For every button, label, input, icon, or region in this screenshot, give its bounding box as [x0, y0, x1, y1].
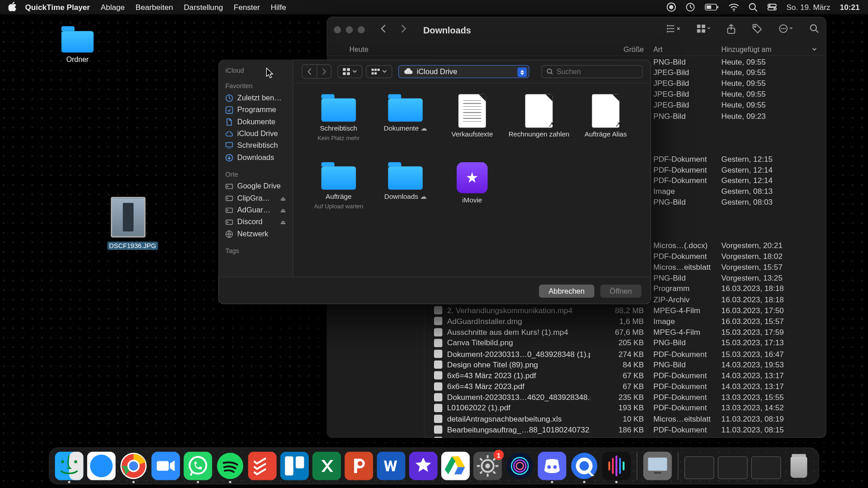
sidebar-item-icloud-drive[interactable]: iCloud Drive: [218, 128, 293, 140]
dock-trash[interactable]: [784, 451, 813, 480]
dock-safari[interactable]: [87, 451, 116, 480]
table-row[interactable]: L01062022 (1).pdf193 KBPDF-Dokument13.03…: [425, 403, 826, 413]
share-icon[interactable]: [726, 23, 736, 36]
dock-minimized-window[interactable]: [684, 456, 714, 479]
table-row[interactable]: Dokument-20230313…4620_483928348.pdf235 …: [425, 392, 826, 403]
search-icon[interactable]: [810, 24, 819, 36]
dock-audio[interactable]: [602, 451, 631, 480]
grid-item-imovie[interactable]: ★iMovie: [440, 162, 504, 228]
control-center-icon[interactable]: [767, 4, 777, 11]
dock-whatsapp[interactable]: [184, 451, 212, 480]
sidebar-item-programme[interactable]: Programme: [218, 104, 293, 116]
sidebar-item-zuletzt-ben-[interactable]: Zuletzt ben…: [218, 92, 293, 103]
dock-spotify[interactable]: [216, 451, 244, 480]
grid-item-downloads[interactable]: Downloads☁︎: [373, 162, 437, 228]
table-row[interactable]: Bearbeitungsauftrag_…88_10180240732.pdf1…: [425, 424, 826, 435]
forward-button[interactable]: [398, 23, 409, 36]
dock-discord[interactable]: [538, 451, 566, 480]
col-size[interactable]: Größe: [590, 45, 644, 53]
sidebar-item-adguar-[interactable]: AdGuar…⏏: [218, 204, 293, 216]
dock-minimized-window[interactable]: [751, 456, 781, 479]
sidebar-item-clipgra-[interactable]: ClipGra…⏏: [218, 192, 293, 204]
location-popup[interactable]: iCloud Drive: [398, 65, 529, 78]
col-kind[interactable]: Art: [644, 45, 715, 53]
back-button[interactable]: [302, 65, 317, 78]
grid-item-auftr-ge-alias[interactable]: ↗Aufträge Alias: [574, 94, 638, 160]
wifi-icon[interactable]: [728, 3, 739, 11]
desktop-image[interactable]: DSCF1936.JPG: [107, 197, 149, 251]
dock-chrome[interactable]: [119, 451, 148, 480]
apple-menu[interactable]: [8, 1, 16, 13]
eject-icon[interactable]: ⏏: [280, 195, 286, 202]
dock-trello[interactable]: [280, 451, 309, 480]
icon-view-button[interactable]: [337, 65, 362, 78]
back-button[interactable]: [378, 23, 389, 36]
table-row[interactable]: 2. Verhandlungskommunikation.mp488,2 MBM…: [425, 305, 826, 316]
screen-record-icon[interactable]: [666, 2, 676, 12]
dock-excel[interactable]: [312, 451, 341, 480]
app-name[interactable]: QuickTime Player: [25, 3, 90, 12]
forward-button[interactable]: [316, 65, 331, 78]
sidebar-item-schreibtisch[interactable]: Schreibtisch: [218, 140, 293, 151]
grid-item-dokumente[interactable]: Dokumente☁︎: [373, 94, 437, 160]
col-added[interactable]: Hinzugefügt am: [715, 45, 816, 53]
grid-item-verkaufstexte[interactable]: Verkaufstexte: [440, 94, 504, 160]
cancel-button[interactable]: Abbrechen: [539, 284, 594, 297]
dock-finder[interactable]: [55, 451, 83, 480]
table-row[interactable]: 6x6=43 März 2023 (1).pdf67 KBPDF-Dokumen…: [425, 370, 826, 381]
sidebar-item-google-drive[interactable]: Google Drive: [218, 180, 293, 192]
desktop-folder[interactable]: Ordner: [60, 26, 95, 64]
view-options-icon[interactable]: [667, 24, 680, 36]
table-row[interactable]: Design ohne Titel (89).png84 KBPNG-Bild1…: [425, 359, 826, 370]
menubar-date[interactable]: So. 19. März: [786, 3, 830, 12]
table-row[interactable]: Ausschnitte aus dem Kurs! (1).mp467,6 MB…: [425, 327, 826, 338]
dock-powerpnt[interactable]: [344, 451, 373, 480]
sidebar-item-dokumente[interactable]: Dokumente: [218, 116, 293, 127]
dock-zoom[interactable]: [151, 451, 180, 480]
menu-hilfe[interactable]: Hilfe: [271, 3, 286, 12]
table-row[interactable]: AdGuardInstaller.dmg1,6 MBImage16.03.202…: [425, 316, 826, 327]
menu-darstellung[interactable]: Darstellung: [184, 3, 223, 12]
tag-icon[interactable]: [752, 24, 762, 36]
table-row[interactable]: Bearbeitungsauftrag_…06_10180240732.pdf1…: [425, 435, 826, 438]
minimize-button[interactable]: [346, 26, 353, 33]
dock-todoist[interactable]: [248, 451, 277, 480]
table-row[interactable]: detailAntragsnachbearbeitung.xls10 KBMic…: [425, 413, 826, 424]
dock-minimized-window[interactable]: [718, 456, 748, 479]
dock-quicktime[interactable]: [570, 451, 599, 480]
sidebar-item-netzwerk[interactable]: Netzwerk: [218, 228, 293, 239]
spotlight-icon[interactable]: [749, 3, 758, 12]
menubar-time[interactable]: 10:21: [840, 3, 860, 12]
menu-fenster[interactable]: Fenster: [234, 3, 260, 12]
grid-item-rechnungen-zahlen[interactable]: ↗Rechnungen zahlen: [507, 94, 571, 160]
grid-item-auftr-ge[interactable]: AufträgeAuf Upload warten: [307, 162, 371, 228]
menu-ablage[interactable]: Ablage: [101, 3, 125, 12]
menu-bearbeiten[interactable]: Bearbeiten: [136, 3, 173, 12]
grid-item-schreibtisch[interactable]: SchreibtischKein Platz mehr: [307, 94, 371, 160]
dock-siri[interactable]: [505, 451, 534, 480]
eject-icon[interactable]: ⏏: [280, 206, 286, 213]
dock-launchpad[interactable]: [643, 451, 672, 480]
table-row[interactable]: Dokument-20230313…0_483928348 (1).pdf274…: [425, 348, 826, 359]
action-icon[interactable]: [778, 24, 793, 36]
search-field[interactable]: [541, 65, 642, 78]
sidebar-item-downloads[interactable]: Downloads: [218, 151, 293, 163]
close-button[interactable]: [334, 26, 341, 33]
open-button[interactable]: Öffnen: [600, 284, 642, 297]
dock-word[interactable]: [377, 451, 405, 480]
clock-icon[interactable]: [686, 2, 695, 12]
eject-icon[interactable]: ⏏: [280, 219, 286, 225]
group-icon[interactable]: [697, 24, 710, 35]
dock-gdrive[interactable]: [441, 451, 470, 480]
col-name[interactable]: Heute: [336, 45, 590, 53]
search-input[interactable]: [557, 67, 637, 75]
group-button[interactable]: [366, 65, 392, 78]
dialog-icon-grid[interactable]: SchreibtischKein Platz mehrDokumente☁︎Ve…: [293, 84, 651, 277]
table-row[interactable]: Canva Titelbild.png205 KBPNG-Bild15.03.2…: [425, 338, 826, 348]
dock-settings[interactable]: 1: [473, 451, 502, 480]
battery-icon[interactable]: [705, 4, 719, 11]
desktop[interactable]: QuickTime Player AblageBearbeitenDarstel…: [0, 0, 868, 488]
dock-imovie[interactable]: [409, 451, 438, 480]
zoom-button[interactable]: [358, 26, 365, 33]
sidebar-item-discord[interactable]: Discord⏏: [218, 216, 293, 228]
